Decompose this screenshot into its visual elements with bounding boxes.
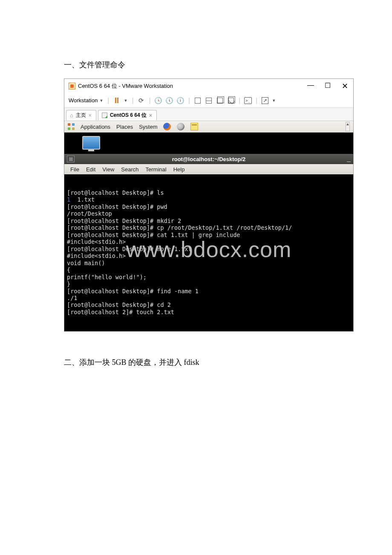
toolbar-separator: | xyxy=(132,97,133,104)
tab-close-icon[interactable]: × xyxy=(89,113,92,119)
tab-bar: ⌂ 主页 × CentOS 6 64 位 × xyxy=(64,108,353,121)
toolbar-separator: | xyxy=(239,97,240,104)
desktop-computer-icon[interactable] xyxy=(82,136,100,151)
terminal-menu-file[interactable]: File xyxy=(70,166,79,173)
terminal-line: #include<stdio.h> xyxy=(67,238,351,245)
pause-button[interactable] xyxy=(112,98,122,103)
gnome-panel: Applications Places System xyxy=(64,121,353,133)
terminal-line: #include<stdio.h> xyxy=(67,252,351,259)
dropdown-icon: ▼ xyxy=(124,98,127,103)
dropdown-icon: ▼ xyxy=(272,98,276,103)
terminal-line: [root@localhost Desktop]# mkdir 2 xyxy=(67,217,351,224)
terminal-menu-view[interactable]: View xyxy=(102,166,114,173)
terminal-line: printf("hello world!"); xyxy=(67,274,351,280)
firefox-icon[interactable] xyxy=(163,123,171,130)
terminal-menubar: File Edit View Search Terminal Help xyxy=(64,164,353,174)
tab-label: CentOS 6 64 位 xyxy=(110,112,147,119)
terminal-menu-search[interactable]: Search xyxy=(121,166,138,173)
vm-icon xyxy=(102,113,107,118)
terminal-titlebar[interactable]: ☒ root@localhost:~/Desktop/2 _ xyxy=(64,154,353,164)
dropdown-icon: ▼ xyxy=(99,98,103,103)
window-maximize-button[interactable]: ☐ xyxy=(323,81,332,91)
nautilus-icon[interactable] xyxy=(177,123,184,130)
terminal-line: [root@localhost Desktop]# ls xyxy=(67,189,351,196)
tab-label: 主页 xyxy=(76,112,86,119)
doc-heading-2: 二、添加一块 5GB 的硬盘，并进入 fdisk xyxy=(64,357,392,367)
terminal-menu-edit[interactable]: Edit xyxy=(86,166,95,173)
toolbar-separator: | xyxy=(149,97,151,104)
terminal-line: [root@localhost Desktop]# pwd xyxy=(67,203,351,210)
panel-scroll-up-icon[interactable] xyxy=(346,122,350,131)
guest-desktop: ☒ root@localhost:~/Desktop/2 _ File Edit… xyxy=(64,133,353,331)
vmware-app-icon xyxy=(69,83,75,90)
terminal-line: } xyxy=(67,280,351,287)
snapshot-revert-icon[interactable]: 🕔 xyxy=(164,97,175,104)
window-close-button[interactable]: ✕ xyxy=(340,81,349,91)
window-title: CentOS 6 64 位 - VMware Workstation xyxy=(78,82,173,90)
tab-home[interactable]: ⌂ 主页 × xyxy=(66,110,96,120)
snapshot-manage-icon[interactable]: 🕕 xyxy=(176,97,186,104)
terminal-line: [root@localhost 2]# touch 2.txt xyxy=(67,309,351,315)
terminal-line: void main() xyxy=(67,260,351,266)
terminal-line: [root@localhost Desktop]# more 1.txt xyxy=(67,246,351,252)
window-titlebar: CentOS 6 64 位 - VMware Workstation — ☐ ✕ xyxy=(64,79,353,93)
terminal-line: [root@localhost Desktop]# cd 2 xyxy=(67,301,351,308)
toolbar-separator: | xyxy=(107,97,109,104)
terminal-line: 1 1.txt xyxy=(67,196,351,203)
terminal-line: [root@localhost Desktop]# cat 1.txt | gr… xyxy=(67,231,351,238)
terminal-output[interactable]: [root@localhost Desktop]# ls1 1.txt[root… xyxy=(64,174,353,331)
terminal-title-text: root@localhost:~/Desktop/2 xyxy=(172,156,246,162)
layout-multi-icon[interactable] xyxy=(215,98,225,104)
gnome-applications-icon xyxy=(68,123,75,130)
layout-split-icon[interactable] xyxy=(204,98,214,104)
home-icon: ⌂ xyxy=(70,112,73,119)
terminal-line: /root/Desktop xyxy=(67,210,351,217)
snapshot-button[interactable]: ⟳ xyxy=(136,97,147,104)
toolbar-separator: | xyxy=(256,97,257,104)
gnome-menu-system[interactable]: System xyxy=(139,124,157,130)
terminal-minimize-button[interactable]: _ xyxy=(347,155,351,163)
terminal-line: { xyxy=(67,266,351,273)
fullscreen-button[interactable]: ↗ xyxy=(260,97,270,104)
workstation-toolbar: Workstation ▼ | ▼ | ⟳ | 🕓 🕔 🕕 | | >_ | ↗… xyxy=(64,93,353,108)
snapshot-take-icon[interactable]: 🕓 xyxy=(153,97,164,104)
console-button[interactable]: >_ xyxy=(243,97,253,104)
terminal-line: [root@localhost Desktop]# cp /root/Deskt… xyxy=(67,224,351,231)
doc-heading-1: 一、文件管理命令 xyxy=(64,60,392,70)
tab-centos-vm[interactable]: CentOS 6 64 位 × xyxy=(98,110,157,120)
window-minimize-button[interactable]: — xyxy=(306,81,315,91)
terminal-menu-terminal[interactable]: Terminal xyxy=(146,166,167,173)
tab-close-icon[interactable]: × xyxy=(149,113,152,119)
vmware-window: CentOS 6 64 位 - VMware Workstation — ☐ ✕… xyxy=(64,78,354,332)
terminal-menu-help[interactable]: Help xyxy=(173,166,185,173)
terminal-app-icon: ☒ xyxy=(67,156,75,162)
terminal-line: [root@localhost Desktop]# find -name 1 xyxy=(67,288,351,295)
workstation-menu-button[interactable]: Workstation xyxy=(69,97,98,104)
layout-single-icon[interactable] xyxy=(193,98,203,104)
gnome-menu-applications[interactable]: Applications xyxy=(81,124,110,130)
gnome-menu-places[interactable]: Places xyxy=(116,124,133,130)
layout-multi-close-icon[interactable] xyxy=(226,98,236,104)
notes-icon[interactable] xyxy=(190,123,198,130)
terminal-line: ./1 xyxy=(67,295,351,301)
toolbar-separator: | xyxy=(188,97,190,104)
